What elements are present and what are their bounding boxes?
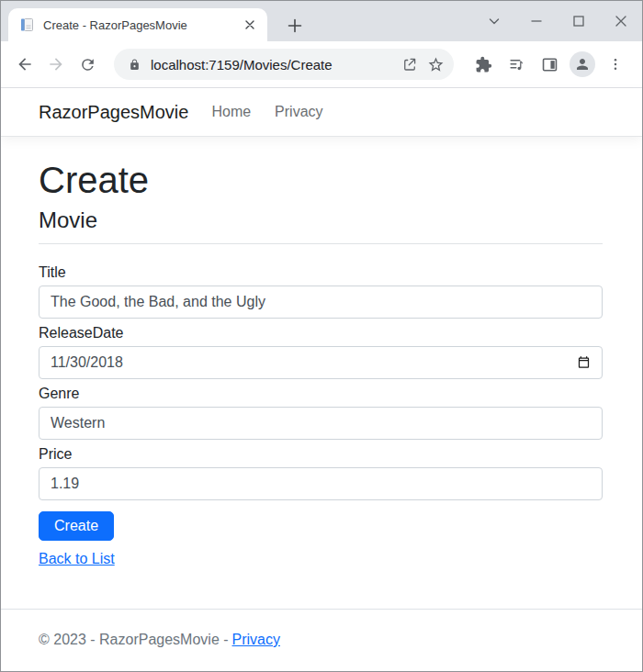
form-group-genre: Genre <box>39 386 603 440</box>
bookmark-star-icon[interactable] <box>423 51 448 77</box>
lock-icon <box>129 59 141 71</box>
back-icon[interactable] <box>9 49 40 80</box>
nav-link-privacy[interactable]: Privacy <box>275 104 322 120</box>
release-date-input[interactable] <box>51 347 577 378</box>
close-window-icon[interactable] <box>600 5 642 38</box>
price-label: Price <box>39 446 603 463</box>
share-icon[interactable] <box>397 51 423 77</box>
tab-title: Create - RazorPagesMovie <box>43 18 242 32</box>
window-controls <box>473 1 642 41</box>
main-content: Create Movie Title ReleaseDate <box>1 137 642 567</box>
reload-icon[interactable] <box>72 49 103 80</box>
tab-search-chevron-icon[interactable] <box>473 5 515 38</box>
genre-input[interactable] <box>51 408 591 439</box>
form-group-release-date: ReleaseDate <box>39 325 603 379</box>
maximize-icon[interactable] <box>558 5 600 38</box>
create-movie-form: Title ReleaseDate Genre <box>39 264 603 567</box>
tab-favicon-icon <box>19 17 34 32</box>
minimize-icon[interactable] <box>515 5 558 38</box>
release-date-label: ReleaseDate <box>39 325 603 342</box>
new-tab-button[interactable] <box>282 13 308 39</box>
genre-label: Genre <box>39 386 603 402</box>
back-to-list-link[interactable]: Back to List <box>39 551 115 567</box>
divider <box>39 243 603 244</box>
title-input[interactable] <box>51 286 591 318</box>
form-group-price: Price <box>39 446 603 500</box>
browser-window: Create - RazorPagesMovie <box>0 0 643 672</box>
address-bar[interactable]: localhost:7159/Movies/Create <box>114 49 454 80</box>
price-input[interactable] <box>51 468 591 499</box>
form-group-title: Title <box>39 264 603 319</box>
site-footer: © 2023 - RazorPagesMovie -Privacy <box>1 609 642 672</box>
title-label: Title <box>39 264 603 281</box>
page-subtitle: Movie <box>39 207 603 234</box>
url-text[interactable]: localhost:7159/Movies/Create <box>151 57 397 73</box>
page-title: Create <box>39 158 603 202</box>
toolbar-extensions-area <box>467 48 632 81</box>
footer-privacy-link[interactable]: Privacy <box>232 632 280 647</box>
browser-tab[interactable]: Create - RazorPagesMovie <box>8 8 267 41</box>
media-controls-icon[interactable] <box>500 48 533 81</box>
extensions-puzzle-icon[interactable] <box>467 48 500 81</box>
create-submit-button[interactable]: Create <box>39 511 114 541</box>
nav-link-home[interactable]: Home <box>211 104 251 120</box>
tab-close-icon[interactable] <box>242 17 258 33</box>
page-viewport: RazorPagesMovie Home Privacy Create Movi… <box>1 88 642 672</box>
forward-icon[interactable] <box>40 49 72 80</box>
browser-titlebar: Create - RazorPagesMovie <box>1 1 642 41</box>
browser-toolbar: localhost:7159/Movies/Create <box>1 41 642 88</box>
more-menu-icon[interactable] <box>599 48 632 81</box>
footer-text: © 2023 - RazorPagesMovie - <box>39 632 229 647</box>
navbar-brand[interactable]: RazorPagesMovie <box>39 102 188 123</box>
calendar-icon[interactable] <box>577 355 591 369</box>
side-panel-icon[interactable] <box>533 48 566 81</box>
profile-avatar[interactable] <box>566 48 599 81</box>
site-navbar: RazorPagesMovie Home Privacy <box>1 88 642 137</box>
